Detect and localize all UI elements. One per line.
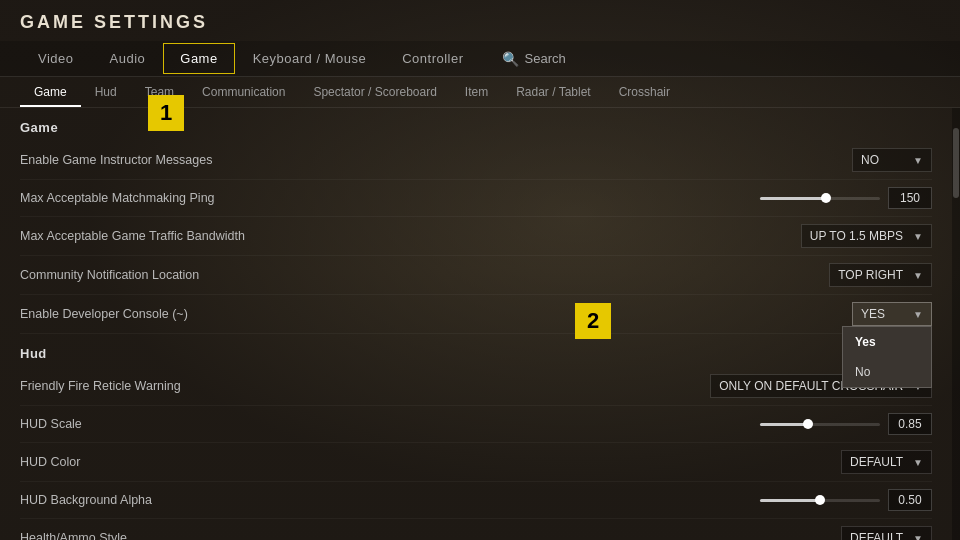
slider-thumb[interactable] bbox=[821, 193, 831, 203]
scrollbar-thumb[interactable] bbox=[953, 128, 959, 198]
slider-value-matchmaking-ping: 150 bbox=[888, 187, 932, 209]
dropdown-health-ammo-style[interactable]: DEFAULT ▼ bbox=[841, 526, 932, 540]
setting-label-dev-console: Enable Developer Console (~) bbox=[20, 307, 852, 321]
slider-thumb[interactable] bbox=[815, 495, 825, 505]
chevron-down-icon: ▼ bbox=[913, 231, 923, 242]
dropdown-value-hud-color: DEFAULT bbox=[850, 455, 903, 469]
setting-label-matchmaking-ping: Max Acceptable Matchmaking Ping bbox=[20, 191, 760, 205]
page-title: GAME SETTINGS bbox=[20, 12, 940, 33]
search-label: Search bbox=[525, 51, 566, 66]
settings-panel: Game Enable Game Instructor Messages NO … bbox=[0, 108, 960, 540]
setting-notif-location: Community Notification Location TOP RIGH… bbox=[20, 256, 932, 295]
dropdown-value-dev-console: YES bbox=[861, 307, 885, 321]
chevron-down-icon: ▼ bbox=[913, 457, 923, 468]
control-hud-bg-alpha: 0.50 bbox=[760, 489, 932, 511]
setting-label-health-ammo-style: Health/Ammo Style bbox=[20, 531, 841, 540]
slider-fill bbox=[760, 197, 826, 200]
setting-dev-console: Enable Developer Console (~) YES ▼ Yes N… bbox=[20, 295, 932, 334]
slider-value-hud-bg-alpha: 0.50 bbox=[888, 489, 932, 511]
setting-label-hud-color: HUD Color bbox=[20, 455, 841, 469]
setting-label-game-instructor: Enable Game Instructor Messages bbox=[20, 153, 852, 167]
setting-label-hud-bg-alpha: HUD Background Alpha bbox=[20, 493, 760, 507]
dropdown-traffic-bandwidth[interactable]: UP TO 1.5 MBPS ▼ bbox=[801, 224, 932, 248]
subnav-hud[interactable]: Hud bbox=[81, 77, 131, 107]
slider-fill bbox=[760, 499, 820, 502]
setting-matchmaking-ping: Max Acceptable Matchmaking Ping 150 bbox=[20, 180, 932, 217]
dropdown-value-game-instructor: NO bbox=[861, 153, 879, 167]
top-nav: Video Audio Game Keyboard / Mouse Contro… bbox=[0, 41, 960, 77]
dropdown-dev-console[interactable]: YES ▼ bbox=[852, 302, 932, 326]
slider-hud-scale[interactable] bbox=[760, 423, 880, 426]
scrollbar[interactable] bbox=[952, 108, 960, 540]
dropdown-game-instructor[interactable]: NO ▼ bbox=[852, 148, 932, 172]
setting-label-ff-reticle: Friendly Fire Reticle Warning bbox=[20, 379, 710, 393]
control-notif-location: TOP RIGHT ▼ bbox=[829, 263, 932, 287]
chevron-down-icon: ▼ bbox=[913, 270, 923, 281]
setting-label-traffic-bandwidth: Max Acceptable Game Traffic Bandwidth bbox=[20, 229, 801, 243]
control-game-instructor: NO ▼ bbox=[852, 148, 932, 172]
annotation-badge-1: 1 bbox=[148, 95, 184, 131]
tab-controller[interactable]: Controller bbox=[384, 41, 481, 76]
chevron-down-icon: ▼ bbox=[913, 533, 923, 541]
control-traffic-bandwidth: UP TO 1.5 MBPS ▼ bbox=[801, 224, 932, 248]
control-hud-scale: 0.85 bbox=[760, 413, 932, 435]
setting-ff-reticle: Friendly Fire Reticle Warning ONLY ON DE… bbox=[20, 367, 932, 406]
tab-video[interactable]: Video bbox=[20, 41, 92, 76]
dropdown-menu-dev-console: Yes No bbox=[842, 326, 932, 388]
dropdown-value-health-ammo-style: DEFAULT bbox=[850, 531, 903, 540]
control-health-ammo-style: DEFAULT ▼ bbox=[841, 526, 932, 540]
setting-traffic-bandwidth: Max Acceptable Game Traffic Bandwidth UP… bbox=[20, 217, 932, 256]
slider-fill bbox=[760, 423, 808, 426]
dropdown-value-notif-location: TOP RIGHT bbox=[838, 268, 903, 282]
subnav-radar-tablet[interactable]: Radar / Tablet bbox=[502, 77, 605, 107]
setting-label-notif-location: Community Notification Location bbox=[20, 268, 829, 282]
setting-hud-scale: HUD Scale 0.85 bbox=[20, 406, 932, 443]
search-icon: 🔍 bbox=[502, 51, 519, 67]
slider-value-hud-scale: 0.85 bbox=[888, 413, 932, 435]
slider-hud-bg-alpha[interactable] bbox=[760, 499, 880, 502]
subnav-communication[interactable]: Communication bbox=[188, 77, 299, 107]
dropdown-hud-color[interactable]: DEFAULT ▼ bbox=[841, 450, 932, 474]
dropdown-option-yes[interactable]: Yes bbox=[843, 327, 931, 357]
sub-nav: Game Hud Team Communication Spectator / … bbox=[0, 77, 960, 108]
tab-audio[interactable]: Audio bbox=[92, 41, 164, 76]
subnav-item[interactable]: Item bbox=[451, 77, 502, 107]
setting-hud-bg-alpha: HUD Background Alpha 0.50 bbox=[20, 482, 932, 519]
subnav-spectator-scoreboard[interactable]: Spectator / Scoreboard bbox=[299, 77, 450, 107]
control-hud-color: DEFAULT ▼ bbox=[841, 450, 932, 474]
settings-content: Game Enable Game Instructor Messages NO … bbox=[0, 108, 952, 540]
chevron-down-icon: ▼ bbox=[913, 309, 923, 320]
dropdown-value-traffic-bandwidth: UP TO 1.5 MBPS bbox=[810, 229, 903, 243]
setting-game-instructor: Enable Game Instructor Messages NO ▼ bbox=[20, 141, 932, 180]
slider-matchmaking-ping[interactable] bbox=[760, 197, 880, 200]
annotation-badge-2: 2 bbox=[575, 303, 611, 339]
setting-health-ammo-style: Health/Ammo Style DEFAULT ▼ bbox=[20, 519, 932, 540]
chevron-down-icon: ▼ bbox=[913, 155, 923, 166]
tab-keyboard-mouse[interactable]: Keyboard / Mouse bbox=[235, 41, 385, 76]
subnav-game[interactable]: Game bbox=[20, 77, 81, 107]
setting-label-hud-scale: HUD Scale bbox=[20, 417, 760, 431]
control-matchmaking-ping: 150 bbox=[760, 187, 932, 209]
dropdown-notif-location[interactable]: TOP RIGHT ▼ bbox=[829, 263, 932, 287]
control-dev-console: YES ▼ Yes No bbox=[852, 302, 932, 326]
dropdown-option-no[interactable]: No bbox=[843, 357, 931, 387]
section-hud-header: Hud bbox=[20, 334, 932, 367]
setting-hud-color: HUD Color DEFAULT ▼ bbox=[20, 443, 932, 482]
slider-thumb[interactable] bbox=[803, 419, 813, 429]
title-bar: GAME SETTINGS bbox=[0, 0, 960, 41]
tab-game[interactable]: Game bbox=[163, 43, 234, 74]
subnav-crosshair[interactable]: Crosshair bbox=[605, 77, 684, 107]
search-box[interactable]: 🔍 Search bbox=[502, 51, 566, 67]
